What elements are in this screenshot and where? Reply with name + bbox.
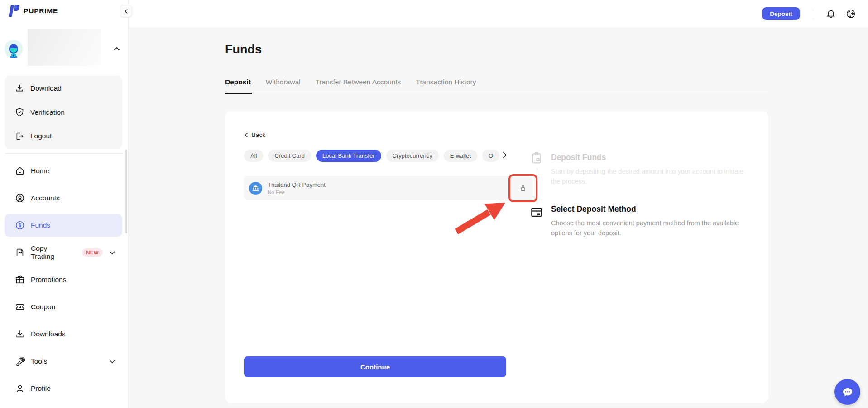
- payment-method-name: Thailand QR Payment: [268, 181, 326, 188]
- user-avatar[interactable]: [5, 40, 23, 58]
- sidebar-item-promotions[interactable]: Promotions: [5, 268, 122, 291]
- sidebar-divider: [5, 153, 124, 154]
- tools-wrench-icon: [15, 356, 25, 366]
- account-chevron-up-icon[interactable]: [113, 45, 121, 53]
- funds-tabs: Deposit Withdrawal Transfer Between Acco…: [225, 78, 476, 86]
- sidebar-item-label: Tools: [31, 357, 47, 365]
- topbar-divider: [813, 9, 813, 19]
- deposit-button[interactable]: Deposit: [762, 7, 800, 20]
- clipboard-icon: [530, 151, 543, 165]
- tab-deposit[interactable]: Deposit: [225, 78, 251, 86]
- lock-icon: [519, 184, 527, 192]
- sidebar-item-label: Copy Trading: [31, 244, 72, 261]
- username-placeholder: [28, 29, 101, 66]
- annotation-red-box: [508, 174, 537, 202]
- sidebar-item-verification[interactable]: Verification: [5, 101, 122, 124]
- bank-icon: [249, 182, 262, 195]
- topbar: Deposit: [129, 0, 868, 27]
- deposit-panel: Back All Credit Card Local Bank Transfer…: [225, 111, 768, 403]
- profile-person-icon: [15, 384, 25, 393]
- step-title-deposit-funds: Deposit Funds: [551, 153, 606, 162]
- app-window: PUPRIME Download: [0, 0, 868, 408]
- page-title: Funds: [225, 43, 262, 57]
- svg-text:$: $: [19, 223, 21, 228]
- step-title-select-deposit-method: Select Deposit Method: [551, 204, 636, 214]
- chat-widget-button[interactable]: [834, 379, 860, 405]
- downloads-icon: [15, 329, 25, 339]
- copy-trading-icon: [15, 248, 25, 257]
- brand-name: PUPRIME: [24, 7, 58, 15]
- step-description-deposit-funds: Start by depositing the desired amount i…: [551, 166, 747, 187]
- active-tab-indicator: [225, 93, 252, 94]
- filter-other-truncated[interactable]: O: [482, 150, 499, 162]
- tab-withdrawal[interactable]: Withdrawal: [266, 78, 301, 86]
- chevron-down-icon: [109, 358, 116, 365]
- notification-bell-icon[interactable]: [826, 9, 836, 19]
- sidebar-item-downloads[interactable]: Downloads: [5, 323, 122, 345]
- download-icon: [15, 83, 24, 93]
- sidebar-item-label: Home: [31, 167, 49, 175]
- funds-icon: $: [15, 220, 25, 230]
- main-content: Funds Deposit Withdrawal Transfer Betwee…: [129, 27, 868, 408]
- sidebar-collapse-button[interactable]: [120, 5, 132, 17]
- sidebar-item-label: Logout: [30, 132, 52, 140]
- sidebar-item-download[interactable]: Download: [5, 77, 122, 100]
- gift-icon: [15, 275, 25, 285]
- back-label: Back: [252, 131, 265, 138]
- puprime-logo-icon: [8, 4, 20, 18]
- sidebar-item-label: Promotions: [31, 276, 66, 284]
- sidebar-item-label: Funds: [31, 221, 50, 229]
- sidebar-item-tools[interactable]: Tools: [5, 350, 122, 373]
- home-icon: [15, 166, 25, 176]
- filters-scroll-right-chevron-icon[interactable]: [500, 151, 508, 159]
- sidebar-nav: Home Accounts $ Funds Copy Trading NEW: [5, 160, 122, 404]
- chevron-left-icon: [124, 9, 129, 14]
- chevron-left-icon: [244, 132, 249, 138]
- sidebar-item-accounts[interactable]: Accounts: [5, 187, 122, 209]
- payment-method-fee: No Fee: [268, 189, 326, 195]
- filter-e-wallet[interactable]: E-wallet: [444, 150, 477, 162]
- accounts-icon: [15, 193, 25, 203]
- logout-icon: [15, 131, 24, 141]
- brand-logo: PUPRIME: [8, 4, 58, 18]
- account-menu-card: Download Verification Logout: [5, 76, 122, 149]
- sidebar-item-label: Download: [30, 84, 62, 92]
- sidebar-item-home[interactable]: Home: [5, 160, 122, 182]
- sidebar-item-funds[interactable]: $ Funds: [5, 214, 122, 237]
- sidebar-scrollbar[interactable]: [125, 150, 127, 233]
- sidebar-item-coupon[interactable]: Coupon: [5, 296, 122, 318]
- tab-transaction-history[interactable]: Transaction History: [416, 78, 476, 86]
- sidebar-item-profile[interactable]: Profile: [5, 377, 122, 400]
- tabs-underline: [225, 94, 769, 94]
- back-button[interactable]: Back: [244, 131, 265, 138]
- step-description-select-deposit-method: Choose the most convenient payment metho…: [551, 218, 747, 238]
- payment-filter-pills: All Credit Card Local Bank Transfer Cryp…: [244, 150, 509, 162]
- sidebar-item-copy-trading[interactable]: Copy Trading NEW: [5, 241, 122, 264]
- payment-method-row[interactable]: Thailand QR Payment No Fee: [244, 176, 508, 200]
- sidebar-item-label: Downloads: [31, 330, 66, 338]
- coupon-ticket-icon: [15, 302, 25, 312]
- filter-local-bank-transfer[interactable]: Local Bank Transfer: [316, 150, 381, 162]
- sidebar-item-logout[interactable]: Logout: [5, 125, 122, 147]
- tab-transfer-between-accounts[interactable]: Transfer Between Accounts: [316, 78, 401, 86]
- new-badge: NEW: [82, 248, 103, 257]
- filter-credit-card[interactable]: Credit Card: [268, 150, 311, 162]
- chevron-down-icon: [109, 249, 116, 256]
- filter-all[interactable]: All: [244, 150, 263, 162]
- sidebar-item-label: Coupon: [31, 303, 55, 311]
- sidebar-item-label: Verification: [30, 108, 65, 117]
- chat-icon: [841, 385, 854, 399]
- sidebar-item-label: Profile: [31, 384, 51, 393]
- sidebar: PUPRIME Download: [0, 0, 129, 408]
- filter-cryptocurrency[interactable]: Cryptocurrency: [386, 150, 439, 162]
- continue-button[interactable]: Continue: [244, 356, 506, 377]
- language-globe-icon[interactable]: [846, 9, 856, 19]
- sidebar-item-label: Accounts: [31, 194, 60, 202]
- credit-card-icon: [530, 205, 543, 219]
- shield-check-icon: [15, 107, 24, 117]
